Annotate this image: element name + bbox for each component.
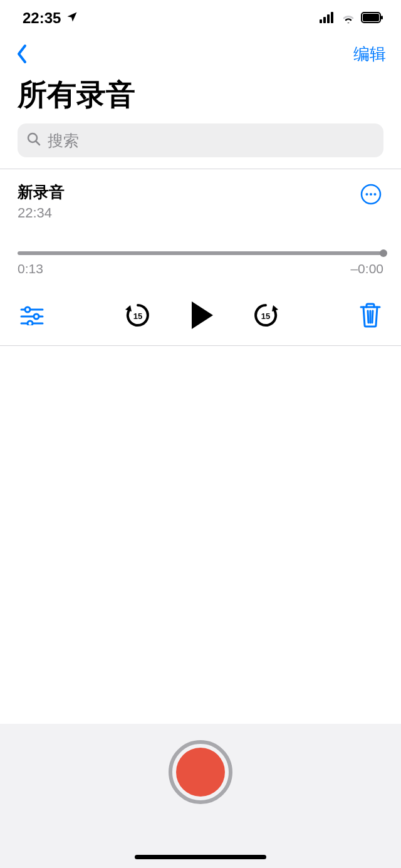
svg-point-12 <box>374 193 377 196</box>
svg-rect-6 <box>381 16 383 19</box>
cellular-icon <box>320 9 336 27</box>
status-time: 22:35 <box>23 9 61 27</box>
svg-line-27 <box>372 311 373 323</box>
rewind-15-button[interactable]: 15 <box>124 301 152 329</box>
home-indicator <box>135 855 266 859</box>
svg-point-11 <box>370 193 372 196</box>
forward-15-icon: 15 <box>252 301 279 329</box>
ellipsis-circle-icon <box>360 184 382 205</box>
svg-rect-1 <box>323 17 326 23</box>
svg-point-14 <box>25 307 30 312</box>
options-slider-button[interactable] <box>20 305 44 325</box>
search-input[interactable] <box>48 132 375 150</box>
chevron-left-icon <box>15 43 29 65</box>
svg-marker-21 <box>192 301 213 329</box>
search-icon <box>26 132 41 149</box>
delete-button[interactable] <box>360 303 381 328</box>
playback-scrubber[interactable]: 0:13 –0:00 <box>18 251 383 276</box>
wifi-icon <box>341 9 356 27</box>
svg-text:15: 15 <box>133 311 142 321</box>
edit-button[interactable]: 编辑 <box>353 43 386 65</box>
svg-rect-5 <box>363 14 379 21</box>
play-icon <box>188 300 216 330</box>
recording-subtitle: 22:34 <box>18 205 65 221</box>
svg-line-8 <box>36 141 39 145</box>
svg-point-18 <box>28 321 33 325</box>
search-container <box>0 123 401 169</box>
svg-line-25 <box>368 311 368 323</box>
record-icon <box>176 748 225 797</box>
record-button[interactable] <box>169 740 232 804</box>
status-bar: 22:35 <box>0 0 401 36</box>
page-title: 所有录音 <box>0 71 401 123</box>
record-footer <box>0 724 401 868</box>
search-field[interactable] <box>18 123 383 157</box>
svg-point-10 <box>366 193 368 196</box>
svg-text:15: 15 <box>261 311 270 321</box>
rewind-15-icon: 15 <box>124 301 152 329</box>
sliders-icon <box>20 305 44 325</box>
forward-15-button[interactable]: 15 <box>252 301 279 329</box>
svg-point-16 <box>34 314 39 319</box>
more-options-button[interactable] <box>358 182 383 207</box>
scrubber-thumb[interactable] <box>380 249 387 257</box>
svg-rect-2 <box>327 14 330 23</box>
svg-marker-22 <box>272 305 278 311</box>
battery-icon <box>361 9 383 27</box>
svg-marker-19 <box>125 305 132 311</box>
recording-item: 新录音 22:34 0:13 –0:00 <box>0 169 401 345</box>
back-button[interactable] <box>15 43 29 65</box>
trash-icon <box>360 303 381 328</box>
nav-bar: 编辑 <box>0 36 401 71</box>
elapsed-time: 0:13 <box>18 261 43 276</box>
play-button[interactable] <box>188 300 216 330</box>
svg-rect-0 <box>320 19 322 23</box>
empty-space <box>0 346 401 724</box>
playback-controls: 15 15 <box>18 300 383 330</box>
remaining-time: –0:00 <box>350 261 383 276</box>
location-icon <box>66 9 78 27</box>
recording-title: 新录音 <box>18 182 65 202</box>
svg-rect-3 <box>331 12 333 23</box>
